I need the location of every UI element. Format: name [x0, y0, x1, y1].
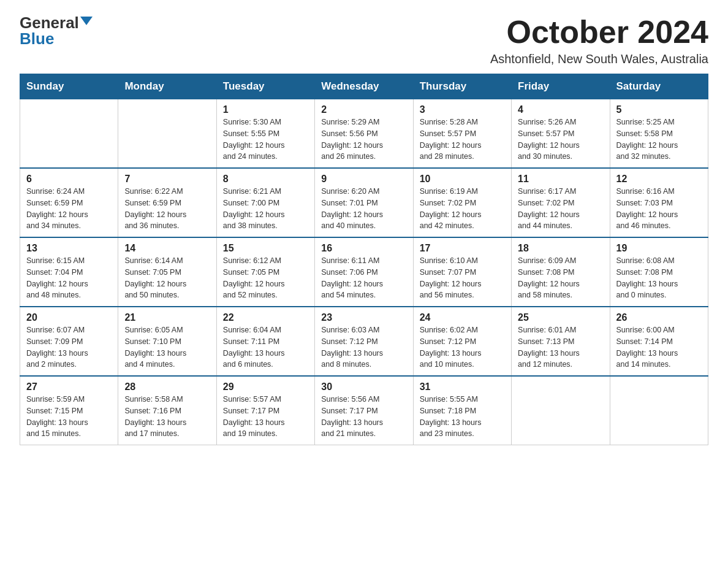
day-number: 18: [518, 243, 603, 254]
day-info: Sunrise: 6:16 AM Sunset: 7:03 PM Dayligh…: [616, 186, 702, 232]
day-info: Sunrise: 6:21 AM Sunset: 7:00 PM Dayligh…: [223, 186, 308, 232]
week-row-4: 20Sunrise: 6:07 AM Sunset: 7:09 PM Dayli…: [20, 307, 708, 376]
header-saturday: Saturday: [610, 74, 708, 99]
day-number: 1: [223, 104, 308, 115]
cell-week1-day0: [20, 99, 118, 169]
day-info: Sunrise: 5:56 AM Sunset: 7:17 PM Dayligh…: [321, 394, 406, 440]
header-wednesday: Wednesday: [315, 74, 413, 99]
day-number: 23: [321, 312, 406, 323]
day-number: 30: [321, 381, 406, 393]
day-number: 5: [616, 104, 702, 115]
cell-week5-day1: 28Sunrise: 5:58 AM Sunset: 7:16 PM Dayli…: [118, 376, 216, 445]
day-number: 21: [124, 312, 210, 323]
cell-week4-day4: 24Sunrise: 6:02 AM Sunset: 7:12 PM Dayli…: [413, 307, 511, 376]
day-number: 13: [26, 243, 112, 254]
cell-week4-day3: 23Sunrise: 6:03 AM Sunset: 7:12 PM Dayli…: [315, 307, 413, 376]
calendar-table: Sunday Monday Tuesday Wednesday Thursday…: [20, 74, 708, 445]
location-title: Ashtonfield, New South Wales, Australia: [490, 52, 708, 66]
cell-week2-day6: 12Sunrise: 6:16 AM Sunset: 7:03 PM Dayli…: [610, 168, 708, 237]
cell-week1-day5: 4Sunrise: 5:26 AM Sunset: 5:57 PM Daylig…: [512, 99, 610, 169]
cell-week3-day2: 15Sunrise: 6:12 AM Sunset: 7:05 PM Dayli…: [216, 237, 314, 307]
day-number: 11: [518, 174, 603, 185]
cell-week3-day4: 17Sunrise: 6:10 AM Sunset: 7:07 PM Dayli…: [413, 237, 511, 307]
day-number: 10: [420, 174, 505, 185]
day-info: Sunrise: 5:30 AM Sunset: 5:55 PM Dayligh…: [223, 117, 308, 163]
day-info: Sunrise: 6:17 AM Sunset: 7:02 PM Dayligh…: [518, 186, 603, 232]
day-number: 4: [518, 104, 603, 115]
cell-week3-day5: 18Sunrise: 6:09 AM Sunset: 7:08 PM Dayli…: [512, 237, 610, 307]
day-info: Sunrise: 6:07 AM Sunset: 7:09 PM Dayligh…: [26, 324, 112, 370]
day-info: Sunrise: 6:19 AM Sunset: 7:02 PM Dayligh…: [420, 186, 505, 232]
day-number: 22: [223, 312, 308, 323]
day-number: 9: [321, 174, 406, 185]
day-info: Sunrise: 6:00 AM Sunset: 7:14 PM Dayligh…: [616, 324, 702, 370]
day-number: 14: [124, 243, 210, 254]
day-info: Sunrise: 6:15 AM Sunset: 7:04 PM Dayligh…: [26, 255, 112, 301]
day-number: 12: [616, 174, 702, 185]
logo-triangle-icon: [80, 17, 93, 25]
cell-week4-day0: 20Sunrise: 6:07 AM Sunset: 7:09 PM Dayli…: [20, 307, 118, 376]
day-number: 16: [321, 243, 406, 254]
logo-blue-text: Blue: [20, 29, 54, 48]
cell-week3-day0: 13Sunrise: 6:15 AM Sunset: 7:04 PM Dayli…: [20, 237, 118, 307]
logo: General Blue: [20, 15, 93, 47]
cell-week5-day0: 27Sunrise: 5:59 AM Sunset: 7:15 PM Dayli…: [20, 376, 118, 445]
cell-week4-day1: 21Sunrise: 6:05 AM Sunset: 7:10 PM Dayli…: [118, 307, 216, 376]
day-info: Sunrise: 6:14 AM Sunset: 7:05 PM Dayligh…: [124, 255, 210, 301]
day-info: Sunrise: 6:20 AM Sunset: 7:01 PM Dayligh…: [321, 186, 406, 232]
title-area: October 2024 Ashtonfield, New South Wale…: [490, 15, 708, 66]
day-info: Sunrise: 6:09 AM Sunset: 7:08 PM Dayligh…: [518, 255, 603, 301]
header-friday: Friday: [512, 74, 610, 99]
day-number: 2: [321, 104, 406, 115]
day-number: 15: [223, 243, 308, 254]
day-number: 26: [616, 312, 702, 323]
cell-week1-day1: [118, 99, 216, 169]
cell-week4-day6: 26Sunrise: 6:00 AM Sunset: 7:14 PM Dayli…: [610, 307, 708, 376]
day-info: Sunrise: 5:29 AM Sunset: 5:56 PM Dayligh…: [321, 117, 406, 163]
day-info: Sunrise: 5:55 AM Sunset: 7:18 PM Dayligh…: [420, 394, 505, 440]
cell-week3-day6: 19Sunrise: 6:08 AM Sunset: 7:08 PM Dayli…: [610, 237, 708, 307]
page-header: General Blue October 2024 Ashtonfield, N…: [20, 15, 708, 66]
day-info: Sunrise: 5:26 AM Sunset: 5:57 PM Dayligh…: [518, 117, 603, 163]
day-number: 19: [616, 243, 702, 254]
day-number: 25: [518, 312, 603, 323]
day-number: 8: [223, 174, 308, 185]
logo-general-text: General: [20, 15, 79, 31]
day-number: 7: [124, 174, 210, 185]
header-sunday: Sunday: [20, 74, 118, 99]
day-info: Sunrise: 6:12 AM Sunset: 7:05 PM Dayligh…: [223, 255, 308, 301]
cell-week2-day5: 11Sunrise: 6:17 AM Sunset: 7:02 PM Dayli…: [512, 168, 610, 237]
day-info: Sunrise: 6:24 AM Sunset: 6:59 PM Dayligh…: [26, 186, 112, 232]
cell-week3-day1: 14Sunrise: 6:14 AM Sunset: 7:05 PM Dayli…: [118, 237, 216, 307]
day-info: Sunrise: 6:01 AM Sunset: 7:13 PM Dayligh…: [518, 324, 603, 370]
day-number: 17: [420, 243, 505, 254]
day-info: Sunrise: 6:10 AM Sunset: 7:07 PM Dayligh…: [420, 255, 505, 301]
week-row-1: 1Sunrise: 5:30 AM Sunset: 5:55 PM Daylig…: [20, 99, 708, 169]
day-info: Sunrise: 6:08 AM Sunset: 7:08 PM Dayligh…: [616, 255, 702, 301]
header-monday: Monday: [118, 74, 216, 99]
cell-week5-day5: [512, 376, 610, 445]
week-row-3: 13Sunrise: 6:15 AM Sunset: 7:04 PM Dayli…: [20, 237, 708, 307]
header-tuesday: Tuesday: [216, 74, 314, 99]
day-info: Sunrise: 6:11 AM Sunset: 7:06 PM Dayligh…: [321, 255, 406, 301]
header-thursday: Thursday: [413, 74, 511, 99]
day-number: 28: [124, 381, 210, 393]
cell-week2-day2: 8Sunrise: 6:21 AM Sunset: 7:00 PM Daylig…: [216, 168, 314, 237]
day-info: Sunrise: 6:02 AM Sunset: 7:12 PM Dayligh…: [420, 324, 505, 370]
cell-week5-day3: 30Sunrise: 5:56 AM Sunset: 7:17 PM Dayli…: [315, 376, 413, 445]
month-title: October 2024: [490, 15, 708, 50]
cell-week1-day2: 1Sunrise: 5:30 AM Sunset: 5:55 PM Daylig…: [216, 99, 314, 169]
day-info: Sunrise: 5:57 AM Sunset: 7:17 PM Dayligh…: [223, 394, 308, 440]
cell-week4-day2: 22Sunrise: 6:04 AM Sunset: 7:11 PM Dayli…: [216, 307, 314, 376]
cell-week5-day4: 31Sunrise: 5:55 AM Sunset: 7:18 PM Dayli…: [413, 376, 511, 445]
day-number: 6: [26, 174, 112, 185]
day-number: 20: [26, 312, 112, 323]
day-number: 24: [420, 312, 505, 323]
day-number: 31: [420, 381, 505, 393]
day-number: 29: [223, 381, 308, 393]
day-number: 27: [26, 381, 112, 393]
cell-week2-day0: 6Sunrise: 6:24 AM Sunset: 6:59 PM Daylig…: [20, 168, 118, 237]
day-info: Sunrise: 6:03 AM Sunset: 7:12 PM Dayligh…: [321, 324, 406, 370]
day-info: Sunrise: 5:28 AM Sunset: 5:57 PM Dayligh…: [420, 117, 505, 163]
day-info: Sunrise: 5:58 AM Sunset: 7:16 PM Dayligh…: [124, 394, 210, 440]
